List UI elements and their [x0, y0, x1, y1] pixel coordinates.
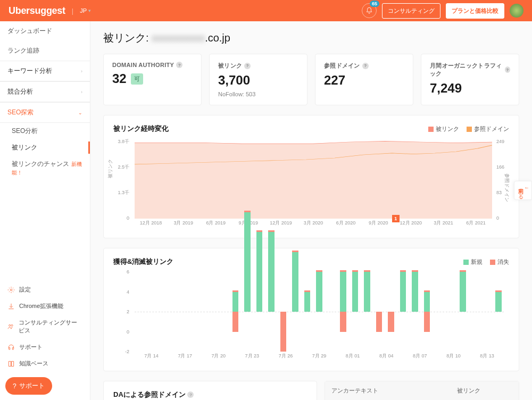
bar-col: [135, 272, 145, 352]
bar-col: [338, 272, 348, 352]
sidebar-item-seo[interactable]: SEO探索⌄: [0, 102, 90, 123]
bar-col: [146, 272, 156, 352]
plans-button[interactable]: プランと価格比較: [446, 3, 504, 19]
bar-col: [194, 272, 204, 352]
sidebar-foot-support[interactable]: サポート: [0, 339, 90, 355]
svg-point-1: [9, 324, 11, 326]
sidebar-sub-backlink-chance[interactable]: 被リンクのチャンス新機能！: [0, 156, 90, 180]
chevron-right-icon: ›: [81, 69, 82, 74]
chart-legend: 被リンク 参照ドメイン: [428, 125, 509, 133]
sidebar-item-dashboard[interactable]: ダッシュボード: [0, 21, 90, 41]
panel-anchor-table: アンカーテキスト被リンク https://xxxxxxx.co.jp/101ht…: [325, 381, 519, 400]
chevron-down-icon: ▾: [88, 8, 91, 13]
bar-col: [386, 272, 396, 352]
sidebar: ダッシュボード ランク追跡 キーワード分析› 競合分析› SEO探索⌄ SEO分…: [0, 21, 90, 400]
help-icon[interactable]: ?: [176, 62, 182, 68]
sidebar-foot-consult[interactable]: コンサルティングサービス: [0, 314, 90, 339]
gear-icon: [7, 286, 15, 294]
bar-col: [362, 272, 372, 352]
sidebar-foot-chrome[interactable]: Chrome拡張機能: [0, 298, 90, 314]
sidebar-item-keyword[interactable]: キーワード分析›: [0, 61, 90, 81]
backlink-trend-chart: 被リンク 3.8千 2.5千 1.3千 0 249 166 83 0 参照ドメイ…: [113, 139, 509, 229]
bar-col: [481, 272, 492, 352]
avatar[interactable]: [510, 4, 523, 18]
logo: Ubersuggest: [9, 5, 65, 16]
card-backlinks: 被リンク? 3,700 NoFollow: 503: [209, 54, 307, 105]
bar-col: [422, 272, 432, 352]
bar-col: [314, 272, 324, 352]
headset-icon: [7, 344, 15, 351]
bar-col: [458, 272, 468, 352]
bar-col: [242, 272, 252, 352]
side-tab-use[interactable]: 利用する: [514, 181, 532, 200]
panel-gain-loss: 獲得&消滅被リンク 新規 消失 6 4 2 0 -2 7月 147月 177月 …: [103, 248, 519, 371]
sidebar-sub-seo-analysis[interactable]: SEO分析: [0, 123, 90, 139]
sidebar-sub-backlinks[interactable]: 被リンク: [0, 139, 90, 156]
svg-point-0: [10, 289, 12, 291]
help-icon: ?: [13, 382, 16, 390]
bar-col: [470, 272, 480, 352]
card-traffic: 月間オーガニックトラフィック? 7,249: [421, 54, 519, 105]
panel-da-domains: DAによる参照ドメイン ? 60 40: [103, 381, 317, 400]
language-picker[interactable]: JP ▾: [80, 7, 91, 14]
people-icon: [7, 323, 14, 330]
chevron-right-icon: ›: [81, 89, 82, 95]
notif-badge: 65: [370, 1, 379, 7]
metric-cards: DOMAIN AUTHORITY? 32可 被リンク? 3,700 NoFoll…: [103, 54, 519, 105]
bar-col: [350, 272, 360, 352]
svg-point-2: [11, 324, 13, 326]
notifications-button[interactable]: 65: [362, 3, 377, 18]
bar-col: [182, 272, 193, 352]
bar-col: [266, 272, 276, 352]
panel-backlink-trend: 被リンク経時変化 被リンク 参照ドメイン 被リンク 3.8千 2.5千 1.3千…: [103, 115, 519, 238]
chart-legend: 新規 消失: [463, 258, 509, 266]
sidebar-item-rank[interactable]: ランク追跡: [0, 41, 90, 61]
download-icon: [7, 303, 15, 310]
help-icon[interactable]: ?: [244, 63, 251, 69]
page-title: 被リンク: xxxxxxxxxx.co.jp: [103, 31, 519, 45]
bar-col: [290, 272, 300, 352]
bar-col: [254, 272, 264, 352]
card-refdomains: 参照ドメイン? 227: [315, 54, 413, 105]
bar-col: [278, 272, 288, 352]
bar-col: [374, 272, 384, 352]
anchor-table: アンカーテキスト被リンク https://xxxxxxx.co.jp/101ht…: [325, 381, 519, 400]
bar-col: [398, 272, 408, 352]
sidebar-item-compete[interactable]: 競合分析›: [0, 81, 90, 102]
consulting-button[interactable]: コンサルティング: [382, 3, 440, 19]
help-icon[interactable]: ?: [187, 391, 194, 398]
help-icon[interactable]: ?: [505, 66, 510, 73]
help-icon[interactable]: ?: [362, 63, 369, 69]
bar-col: [446, 272, 456, 352]
gain-loss-chart: 6 4 2 0 -2 7月 147月 177月 207月 237月 267月 2…: [113, 272, 509, 362]
bar-col: [434, 272, 444, 352]
bell-icon: [365, 7, 373, 14]
bar-col: [159, 272, 169, 352]
chevron-down-icon: ⌄: [78, 110, 82, 115]
bar-col: [206, 272, 217, 352]
bar-col: [170, 272, 180, 352]
app-header: Ubersuggest | JP ▾ 65 コンサルティング プランと価格比較: [0, 0, 532, 21]
sidebar-foot-settings[interactable]: 設定: [0, 281, 90, 298]
bar-col: [494, 272, 504, 352]
main-content: 被リンク: xxxxxxxxxx.co.jp DOMAIN AUTHORITY?…: [90, 21, 532, 400]
sidebar-foot-kb[interactable]: 知識ベース: [0, 355, 90, 372]
card-da: DOMAIN AUTHORITY? 32可: [103, 54, 202, 105]
bar-col: [326, 272, 336, 352]
support-button[interactable]: ?サポート: [5, 377, 52, 395]
bar-col: [230, 272, 240, 352]
bar-col: [218, 272, 228, 352]
bar-col: [302, 272, 312, 352]
bar-col: [410, 272, 420, 352]
book-icon: [7, 360, 15, 368]
